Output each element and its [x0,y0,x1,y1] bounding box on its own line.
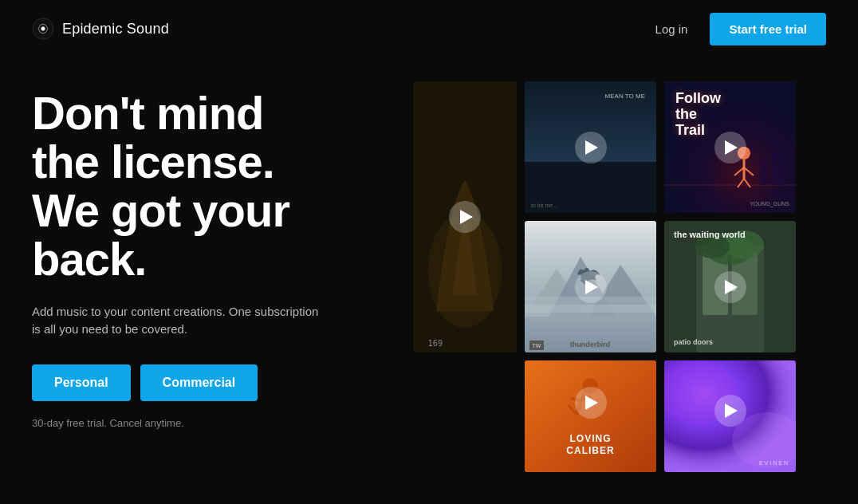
svg-rect-29 [525,305,656,317]
loving-caliber-title: LOVINGCALIBER [525,433,656,458]
hero-subtext: Add music to your content creations. One… [32,303,327,339]
album-tile-follow-trail[interactable]: FollowtheTrail YOUNG_GUNS [664,81,796,213]
ocean-tile-bottom: to be me... [531,203,557,208]
follow-trail-sub: YOUNG_GUNS [750,201,789,207]
album-tile-loving-caliber[interactable]: LOVINGCALIBER [525,360,656,472]
svg-rect-22 [772,153,784,185]
commercial-button[interactable]: Commercial [140,364,258,401]
follow-trail-title: FollowtheTrail [675,91,721,138]
logo-area: Epidemic Sound [32,18,169,40]
svg-point-1 [41,27,45,30]
svg-text:TW: TW [533,343,541,348]
play-icon [725,404,738,418]
album-tile-waiting-world[interactable]: the waiting world patio doors [664,221,796,352]
svg-rect-21 [760,161,768,185]
play-button-dark-rock[interactable] [449,201,481,233]
ocean-tile-label: MEAN TO ME [600,88,650,105]
album-tile-ocean[interactable]: MEAN TO ME to be me... [525,81,656,213]
play-button-purple[interactable] [714,395,746,427]
play-button-loving-caliber[interactable] [575,387,607,419]
album-grid-container: 169 [383,73,826,504]
login-button[interactable]: Log in [655,22,688,36]
epidemic-sound-logo-icon [32,18,54,40]
personal-button[interactable]: Personal [32,364,131,401]
svg-text:169: 169 [428,338,443,348]
main-content: Don't mindthe license.We got yourback. A… [0,57,858,504]
play-icon [460,210,473,224]
album-tile-thunderbird[interactable]: thunderbird TW [525,221,656,352]
header-right: Log in Start free trial [655,13,826,45]
play-button-thunderbird[interactable] [575,271,607,303]
logo-text: Epidemic Sound [62,21,169,37]
play-icon [585,140,598,155]
play-button-ocean[interactable] [575,132,607,163]
album-tile-purple[interactable]: EVINEN [664,360,796,472]
trial-note: 30-day free trial. Cancel anytime. [32,417,383,429]
play-icon [585,280,598,294]
start-trial-button[interactable]: Start free trial [710,13,826,45]
hero-headline: Don't mindthe license.We got yourback. [32,89,383,284]
waiting-world-sub: patio doors [674,338,713,346]
purple-tile-sub: EVINEN [759,460,789,466]
album-grid: 169 [413,81,796,472]
play-button-waiting-world[interactable] [714,271,746,303]
play-icon [725,140,738,155]
hero-left: Don't mindthe license.We got yourback. A… [32,73,383,429]
play-button-follow-trail[interactable] [714,132,746,163]
cta-buttons: Personal Commercial [32,364,383,401]
album-tile-dark-rock[interactable]: 169 [413,81,517,352]
play-icon [725,280,738,294]
play-icon [585,396,598,410]
waiting-world-title: the waiting world [674,229,746,240]
svg-text:thunderbird: thunderbird [570,341,611,348]
header: Epidemic Sound Log in Start free trial [0,0,858,57]
